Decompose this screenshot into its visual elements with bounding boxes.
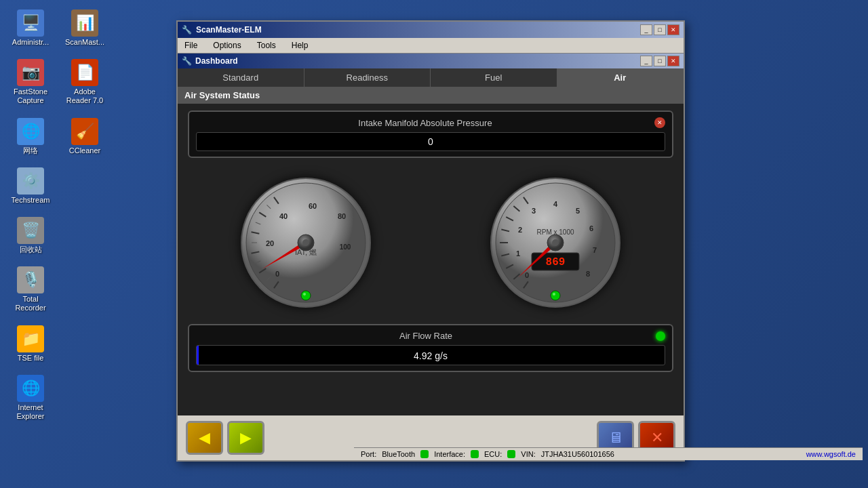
menu-file[interactable]: File — [182, 39, 200, 52]
pressure-widget-header: Intake Manifold Absolute Pressure ✕ — [196, 117, 665, 128]
interface-status-dot — [471, 450, 479, 458]
dashboard-content: Intake Manifold Absolute Pressure ✕ 0 — [178, 104, 684, 415]
port-label: Port: — [361, 450, 376, 458]
desktop-icon-totalrecorder[interactable]: 🎙️ Total Recorder — [7, 264, 54, 315]
app-close-button[interactable]: ✕ — [667, 24, 679, 35]
nav-back-button[interactable]: ◀ — [186, 421, 223, 455]
desktop-icons: 🖥️ Administr... 📷 FastStone Capture 🌐 网络… — [0, 0, 115, 461]
dashboard-window: 🔧 Dashboard _ □ ✕ Standard Readiness Fue… — [178, 54, 684, 460]
desktop-icon-network[interactable]: 🌐 网络 — [7, 115, 54, 158]
airflow-value: 4.92 g/s — [197, 346, 665, 365]
tab-standard[interactable]: Standard — [178, 68, 304, 87]
website-link[interactable]: www.wgsoft.de — [806, 450, 856, 458]
airflow-widget: Air Flow Rate 4.92 g/s — [188, 324, 673, 372]
svg-point-54 — [553, 293, 555, 296]
pressure-close[interactable]: ✕ — [654, 117, 665, 128]
svg-text:7: 7 — [593, 246, 597, 254]
menu-tools[interactable]: Tools — [254, 39, 279, 52]
title-bar-left: 🔧 ScanMaster-ELM — [182, 25, 262, 35]
svg-text:3: 3 — [532, 207, 536, 215]
tab-readiness[interactable]: Readiness — [304, 68, 431, 87]
nav-buttons: ◀ ▶ — [186, 421, 264, 455]
desktop: 🖥️ Administr... 📷 FastStone Capture 🌐 网络… — [0, 0, 868, 488]
dashboard-minimize[interactable]: _ — [640, 56, 652, 66]
svg-point-24 — [301, 291, 311, 300]
dashboard-controls: _ □ ✕ — [640, 56, 679, 66]
svg-text:60: 60 — [309, 202, 317, 210]
gauge-left: IAT, 燃 0 20 40 60 80 100 — [238, 175, 374, 310]
svg-text:1: 1 — [516, 249, 520, 258]
svg-text:100: 100 — [340, 243, 351, 251]
gauge-right-container: RPM x 1000 0 1 2 3 4 5 6 7 8 — [488, 175, 623, 310]
icon-label-adobe: Adobe Reader 7.0 — [64, 87, 106, 105]
nav-forward-button[interactable]: ▶ — [227, 421, 264, 455]
nav-forward-icon: ▶ — [240, 429, 252, 447]
svg-text:8: 8 — [586, 270, 590, 278]
desktop-icon-faststone[interactable]: 📷 FastStone Capture — [7, 56, 54, 108]
airflow-header: Air Flow Rate — [196, 331, 665, 341]
pressure-widget: Intake Manifold Absolute Pressure ✕ 0 — [188, 110, 673, 158]
svg-text:0: 0 — [525, 271, 529, 279]
tabs-bar: Standard Readiness Fuel Air — [178, 68, 684, 87]
airflow-bar: 4.92 g/s — [196, 345, 665, 365]
svg-point-23 — [302, 239, 309, 246]
menu-help[interactable]: Help — [289, 39, 311, 52]
icon-label-admin: Administr... — [12, 38, 49, 47]
desktop-icon-admin[interactable]: 🖥️ Administr... — [7, 7, 54, 49]
dashboard-title: Dashboard — [195, 56, 238, 66]
pressure-value: 0 — [196, 132, 665, 151]
vin-label: VIN: — [521, 450, 535, 458]
close-action-icon: ✕ — [651, 429, 663, 447]
title-bar-controls: _ □ ✕ — [640, 24, 679, 35]
port-value: BlueTooth — [382, 450, 415, 458]
app-title-bar: 🔧 ScanMaster-ELM _ □ ✕ — [178, 22, 684, 38]
minimize-button[interactable]: _ — [640, 24, 652, 35]
port-status-dot — [420, 450, 429, 458]
desktop-icon-techstream[interactable]: ⚙️ Techstream — [7, 165, 54, 207]
icon-label-ccleaner: CCleaner — [69, 146, 100, 155]
airflow-indicator — [656, 331, 665, 341]
tab-air[interactable]: Air — [557, 68, 684, 87]
svg-text:2: 2 — [518, 226, 522, 234]
app-window: 🔧 ScanMaster-ELM _ □ ✕ File Options Tool… — [176, 20, 685, 462]
svg-text:6: 6 — [589, 224, 593, 232]
desktop-icon-ccleaner[interactable]: 🧹 CCleaner — [61, 115, 108, 158]
svg-text:80: 80 — [338, 212, 346, 220]
svg-point-25 — [303, 293, 306, 296]
ecu-label: ECU: — [484, 450, 502, 458]
dashboard-maximize[interactable]: □ — [654, 56, 666, 66]
menu-bar: File Options Tools Help — [178, 38, 684, 54]
icon-label-techstream: Techstream — [12, 196, 50, 205]
dashboard-close[interactable]: ✕ — [667, 56, 679, 66]
desktop-icon-scanmaster[interactable]: 📊 ScanMast... — [61, 7, 108, 49]
desktop-icon-recycle[interactable]: 🗑️ 回收站 — [7, 214, 54, 257]
menu-options[interactable]: Options — [210, 39, 243, 52]
desktop-icon-adobe[interactable]: 📄 Adobe Reader 7.0 — [61, 56, 108, 108]
icon-label-ie: Internet Explorer — [9, 403, 52, 421]
icon-label-tsefile: TSE file — [18, 354, 44, 363]
ecu-status-dot — [507, 450, 515, 458]
section-header: Air System Status — [178, 87, 684, 104]
maximize-button[interactable]: □ — [654, 24, 666, 35]
gauge-left-container: IAT, 燃 0 20 40 60 80 100 — [238, 175, 374, 310]
nav-back-icon: ◀ — [199, 429, 210, 447]
tab-fuel[interactable]: Fuel — [431, 68, 557, 87]
desktop-icon-ie[interactable]: 🌐 Internet Explorer — [7, 372, 54, 424]
icon-label-totalrecorder: Total Recorder — [9, 295, 52, 312]
icon-label-recycle: 回收站 — [20, 245, 42, 254]
app-icon: 🔧 — [182, 25, 192, 35]
svg-text:5: 5 — [576, 207, 580, 215]
svg-point-52 — [552, 239, 559, 246]
desktop-icon-tsefile[interactable]: 📁 TSE file — [7, 323, 54, 365]
dashboard-title-left: 🔧 Dashboard — [182, 56, 238, 66]
svg-text:40: 40 — [279, 212, 288, 220]
dashboard-icon: 🔧 — [182, 56, 192, 66]
gauge-right: RPM x 1000 0 1 2 3 4 5 6 7 8 — [488, 175, 623, 310]
interface-label: Interface: — [434, 450, 465, 458]
svg-text:4: 4 — [553, 200, 558, 208]
dashboard-title-bar: 🔧 Dashboard _ □ ✕ — [178, 54, 684, 68]
svg-point-53 — [551, 291, 560, 300]
gauges-row: IAT, 燃 0 20 40 60 80 100 — [188, 168, 673, 317]
svg-text:0: 0 — [275, 270, 279, 278]
icon-label-scanmaster: ScanMast... — [65, 38, 104, 47]
